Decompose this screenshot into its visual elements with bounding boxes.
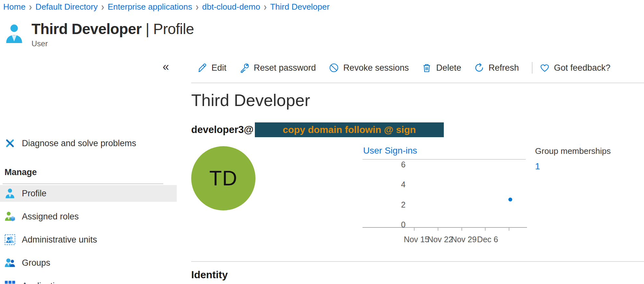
user-signins-chart: User Sign-ins 6420Nov 15Nov 22Nov 29Dec … [362,146,527,252]
group-memberships: Group memberships 1 [535,146,611,172]
user-principal-name: developer3@ copy domain followin @ sign [191,122,444,137]
user-person-icon [5,24,23,44]
got-feedback-button[interactable]: Got feedback? [540,63,611,73]
breadcrumb: Home › Default Directory › Enterprise ap… [3,1,330,12]
people-group-icon [4,257,15,268]
sidebar-item-administrative-units[interactable]: Administrative units [0,231,177,248]
breadcrumb-separator-icon: › [29,0,32,13]
chart-y-label: 0 [393,220,406,229]
sidebar-item-label: Administrative units [22,235,97,245]
sidebar-item-label: Applications [22,281,69,284]
sidebar-divider [3,183,163,184]
edit-button-label: Edit [211,63,227,73]
heart-icon [540,63,550,73]
sidebar-item-groups[interactable]: Groups [0,254,177,271]
avatar-initials: TD [209,166,237,190]
sidebar-item-profile[interactable]: Profile [0,185,177,202]
breadcrumb-dbt-cloud-demo[interactable]: dbt-cloud-demo [202,1,260,12]
sidebar-item-label: Assigned roles [22,212,79,222]
chart-x-axis [362,227,527,228]
main-content: Edit Reset password Revoke sessions [191,59,644,284]
breadcrumb-enterprise-applications[interactable]: Enterprise applications [108,1,192,12]
chart-title-underline [362,159,526,160]
profile-name-heading: Third Developer [191,90,310,110]
chart-x-tick [414,228,415,231]
toolbar: Edit Reset password Revoke sessions [197,60,623,75]
page-subtitle: User [31,39,194,48]
breadcrumb-separator-icon: › [101,0,104,13]
avatar: TD [191,146,255,210]
breadcrumb-default-directory[interactable]: Default Directory [35,1,98,12]
sidebar-item-label: Groups [22,258,50,268]
app-grid-icon [4,280,15,284]
chart-title-link[interactable]: User Sign-ins [363,146,417,156]
refresh-icon [474,63,484,73]
chart-x-tick [461,228,462,231]
reset-password-button[interactable]: Reset password [239,63,316,73]
block-icon [329,63,339,73]
wrench-screwdriver-icon [4,138,15,149]
refresh-button-label: Refresh [488,63,519,73]
refresh-button[interactable]: Refresh [474,63,519,73]
toolbar-divider [532,62,532,74]
azure-user-profile-page: Home › Default Directory › Enterprise ap… [0,0,644,284]
sidebar-item-applications[interactable]: Applications [0,278,177,284]
identity-section-heading: Identity [191,269,228,281]
sidebar-collapse-button[interactable]: « [163,61,169,73]
chart-data-point [508,198,512,201]
toolbar-underline [191,83,644,83]
chart-y-label: 4 [393,180,406,189]
edit-button[interactable]: Edit [197,63,227,73]
got-feedback-button-label: Got feedback? [554,63,611,73]
delete-button-label: Delete [436,63,461,73]
pencil-icon [197,63,207,73]
sidebar-section-manage: Manage [4,167,37,177]
revoke-sessions-button-label: Revoke sessions [343,63,409,73]
sidebar-item-diagnose-and-solve-problems[interactable]: Diagnose and solve problems [0,135,177,152]
page-header: Third Developer | Profile User [5,20,194,48]
chart-x-tick [438,228,438,231]
chart-y-label: 6 [393,160,406,169]
breadcrumb-separator-icon: › [196,0,199,13]
breadcrumb-separator-icon: › [264,0,267,13]
sidebar-item-label: Diagnose and solve problems [22,138,136,148]
key-icon [239,63,250,73]
revoke-sessions-button[interactable]: Revoke sessions [329,63,409,73]
chart-x-tick [485,228,486,231]
group-memberships-label: Group memberships [535,146,611,156]
delete-button[interactable]: Delete [422,63,461,73]
trash-icon [422,63,432,73]
sidebar-item-label: Profile [22,189,47,199]
page-title: Third Developer | Profile [31,20,194,38]
email-prefix: developer3@ [191,124,254,136]
sidebar: « Diagnose and solve problems Manage Pro… [0,58,177,284]
group-memberships-count-link[interactable]: 1 [535,161,540,172]
sidebar-item-assigned-roles[interactable]: Assigned roles [0,208,177,225]
domain-redaction-overlay: copy domain followin @ sign [255,122,444,137]
chart-x-tick [509,228,509,231]
person-role-cube-icon [4,211,15,222]
chart-x-label: Dec 6 [470,235,505,244]
person-icon [4,188,15,199]
breadcrumb-home[interactable]: Home [3,1,25,12]
section-divider [191,261,644,262]
reset-password-button-label: Reset password [254,63,316,73]
chart-y-label: 2 [393,200,406,209]
breadcrumb-third-developer[interactable]: Third Developer [270,1,330,12]
admin-units-icon [4,234,15,245]
